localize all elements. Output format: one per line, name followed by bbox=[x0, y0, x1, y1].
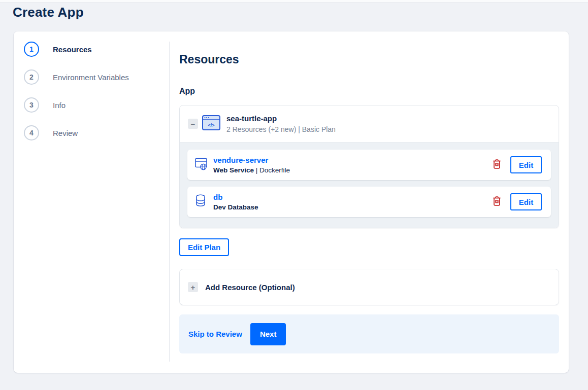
next-button[interactable]: Next bbox=[250, 323, 286, 345]
table-row: db Dev Database bbox=[187, 187, 551, 217]
wizard-footer: Skip to Review Next bbox=[179, 314, 559, 353]
wizard-stepper: 1 Resources 2 Environment Variables 3 In… bbox=[24, 42, 166, 153]
page-title: Create App bbox=[13, 5, 84, 20]
trash-icon bbox=[493, 159, 501, 170]
app-group-header: − </> sea-turtle-app 2 Resources (+2 new… bbox=[180, 105, 559, 142]
app-name: sea-turtle-app bbox=[226, 114, 336, 123]
create-app-wizard-card: 1 Resources 2 Environment Variables 3 In… bbox=[14, 31, 569, 373]
collapse-minus-icon[interactable]: − bbox=[188, 119, 198, 129]
delete-resource-button[interactable] bbox=[492, 158, 502, 171]
web-service-icon bbox=[195, 157, 208, 172]
step-label: Resources bbox=[53, 45, 92, 54]
table-row: vendure-server Web Service | Dockerfile bbox=[187, 150, 551, 180]
step-environment-variables[interactable]: 2 Environment Variables bbox=[24, 69, 166, 85]
resource-type: Web Service | Dockerfile bbox=[213, 166, 290, 174]
resources-step-content: Resources App − </> sea-turtle-app bbox=[179, 31, 559, 353]
add-resource-label: Add Resource (Optional) bbox=[205, 283, 295, 292]
svg-text:</>: </> bbox=[208, 123, 214, 128]
edit-resource-button[interactable]: Edit bbox=[510, 193, 542, 210]
step-number-badge: 2 bbox=[24, 69, 39, 85]
step-info[interactable]: 3 Info bbox=[24, 97, 166, 113]
step-resources[interactable]: 1 Resources bbox=[24, 42, 166, 57]
trash-icon bbox=[493, 196, 501, 207]
skip-to-review-link[interactable]: Skip to Review bbox=[188, 330, 242, 338]
step-number-badge: 3 bbox=[24, 97, 39, 113]
edit-resource-button[interactable]: Edit bbox=[510, 156, 542, 173]
vertical-divider bbox=[169, 42, 170, 362]
app-resources-list: vendure-server Web Service | Dockerfile bbox=[180, 142, 559, 228]
top-bar bbox=[0, 0, 588, 3]
resource-name-link[interactable]: vendure-server bbox=[213, 156, 290, 164]
app-section-label: App bbox=[179, 86, 559, 96]
plus-icon: + bbox=[188, 282, 198, 292]
database-icon bbox=[195, 194, 208, 209]
step-label: Environment Variables bbox=[53, 73, 129, 82]
step-label: Review bbox=[53, 129, 78, 137]
delete-resource-button[interactable] bbox=[492, 195, 502, 208]
step-number-badge: 4 bbox=[24, 125, 39, 140]
step-label: Info bbox=[53, 101, 66, 110]
resource-type: Dev Database bbox=[213, 203, 258, 211]
app-summary: 2 Resources (+2 new) | Basic Plan bbox=[226, 125, 336, 133]
step-review[interactable]: 4 Review bbox=[24, 125, 166, 140]
edit-plan-button[interactable]: Edit Plan bbox=[179, 238, 229, 256]
add-resource-button[interactable]: + Add Resource (Optional) bbox=[179, 269, 559, 305]
resource-name-link[interactable]: db bbox=[213, 193, 258, 201]
app-group-card: − </> sea-turtle-app 2 Resources (+2 new… bbox=[179, 105, 559, 228]
step-number-badge: 1 bbox=[24, 42, 39, 57]
content-heading: Resources bbox=[179, 52, 559, 66]
app-window-code-icon: </> bbox=[202, 115, 220, 132]
